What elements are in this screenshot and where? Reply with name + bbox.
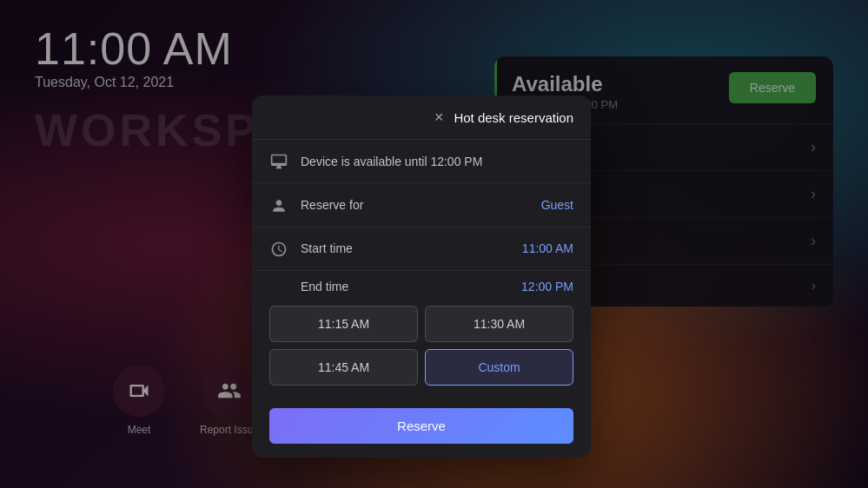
device-available-row: Device is available until 12:00 PM (252, 140, 591, 183)
reserve-for-value: Guest (541, 198, 573, 212)
modal-header: × Hot desk reservation (252, 96, 591, 140)
time-options-grid: 11:15 AM 11:30 AM 11:45 AM Custom (269, 306, 573, 386)
start-time-row[interactable]: Start time 11:00 AM (252, 228, 591, 271)
end-time-value: 12:00 PM (521, 280, 573, 293)
time-option-1115[interactable]: 11:15 AM (269, 306, 418, 342)
close-button[interactable]: × (434, 109, 444, 125)
modal-title: Hot desk reservation (454, 110, 573, 125)
end-time-label-row: End time 12:00 PM (269, 280, 573, 302)
modal-footer: Reserve (252, 398, 591, 458)
time-option-1145[interactable]: 11:45 AM (269, 349, 418, 386)
end-time-label: End time (301, 280, 348, 293)
device-available-text: Device is available until 12:00 PM (301, 155, 482, 168)
end-time-section: End time 12:00 PM 11:15 AM 11:30 AM 11:4… (252, 271, 591, 398)
time-option-1130[interactable]: 11:30 AM (425, 306, 573, 342)
hot-desk-modal: × Hot desk reservation Device is availab… (252, 96, 591, 458)
reserve-main-button[interactable]: Reserve (269, 408, 573, 444)
monitor-icon (269, 152, 288, 170)
start-time-value: 11:00 AM (522, 241, 573, 255)
reserve-for-row[interactable]: Reserve for Guest (252, 183, 591, 227)
person-icon (269, 195, 288, 214)
time-option-custom[interactable]: Custom (425, 349, 573, 386)
clock-icon (269, 240, 288, 258)
start-time-label: Start time (301, 241, 353, 255)
reserve-for-label: Reserve for (301, 198, 363, 212)
